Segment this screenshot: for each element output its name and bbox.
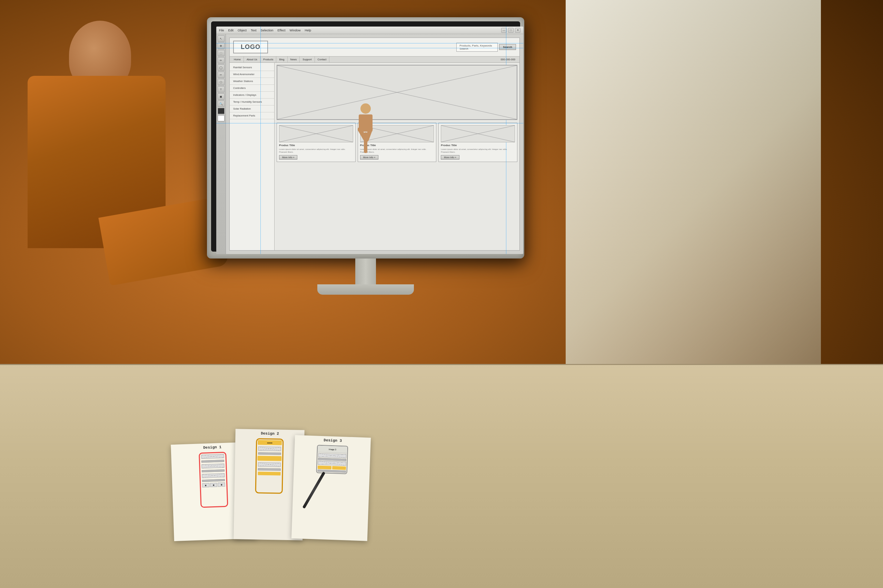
sketch-top: Image 3 xyxy=(318,446,347,454)
tool-circle[interactable]: ◯ xyxy=(218,64,224,70)
wf-navigation: Home About Us Products Blog News Support… xyxy=(230,57,519,63)
sketch-line xyxy=(202,460,224,462)
sketch-label-3: Design 3 xyxy=(295,435,371,445)
sketch-btn: ▣ xyxy=(218,483,225,487)
wf-header: LOGO Products, Parts, Keywords Search Se… xyxy=(230,38,519,57)
wf-search-input[interactable]: Products, Parts, Keywords Search xyxy=(456,43,498,52)
sidebar-indicators[interactable]: Indicators / Displays xyxy=(230,92,274,99)
sketch-block xyxy=(202,473,224,478)
sketch-block xyxy=(258,446,281,451)
menu-window[interactable]: Window xyxy=(289,28,301,32)
nav-products[interactable]: Products xyxy=(260,57,277,62)
wf-logo: LOGO xyxy=(233,40,268,53)
tools-panel: ↖ ✥ ⬚ ✏ ◯ ✂ ⬡ T ◼ 🔍 xyxy=(216,34,226,254)
monitor-stand-base xyxy=(317,284,414,295)
sidebar-rainfall[interactable]: Rainfall Sensors xyxy=(230,64,274,71)
nav-support[interactable]: Support xyxy=(300,57,314,62)
window-light xyxy=(538,0,848,414)
guide-line-vertical-1 xyxy=(260,34,261,254)
sketch-btn: ▣ xyxy=(210,483,217,488)
product-btn-1[interactable]: More Info » xyxy=(279,155,297,160)
sketch-highlight xyxy=(257,456,281,461)
close-button[interactable]: ✕ xyxy=(515,28,520,33)
sketch-block xyxy=(201,454,224,459)
sketch-papers: Design 1 ▣ ▣ ▣ Design 2 ▬▬▬ xyxy=(165,416,373,554)
desk-surface xyxy=(0,364,883,588)
product-desc-3: Lorem ipsum dolor sit amet, consectetur … xyxy=(441,148,515,154)
product-title-3: Produc Title xyxy=(441,144,515,147)
sketch-line xyxy=(202,479,225,482)
sidebar-solar[interactable]: Solar Radiation xyxy=(230,105,274,112)
sidebar-wind[interactable]: Wind Anemometer xyxy=(230,71,274,78)
tool-fill[interactable]: ◼ xyxy=(218,93,224,100)
tool-bg-color[interactable] xyxy=(218,115,224,122)
sketch-btn-yellow xyxy=(318,466,331,470)
wf-main-content: Produc Title Lorem ipsum dolor sit amet,… xyxy=(275,63,519,250)
sketch-design-3: Design 3 Image 3 xyxy=(292,435,371,541)
monitor-stand-neck xyxy=(355,258,376,286)
phone-number: 000-000-000 xyxy=(498,57,518,62)
sketch-phone-2: ▬▬▬ xyxy=(255,438,284,494)
sketch-block xyxy=(202,464,224,468)
sketch-tablet: Image 3 xyxy=(316,445,348,474)
product-title-1: Produc Title xyxy=(279,144,353,147)
sketch-block xyxy=(258,462,281,466)
tool-pen[interactable]: ✏ xyxy=(218,57,224,63)
menu-file[interactable]: File xyxy=(219,28,224,32)
wf-product-grid: Produc Title Lorem ipsum dolor sit amet,… xyxy=(277,123,517,162)
sketch-line xyxy=(318,470,346,473)
guide-line-horizontal-1 xyxy=(226,43,523,44)
sidebar-weather[interactable]: Weather Stations xyxy=(230,78,274,85)
menu-effect[interactable]: Effect xyxy=(278,28,286,32)
product-image-1 xyxy=(279,125,353,142)
sketch-block xyxy=(318,461,346,466)
tool-fg-color[interactable] xyxy=(218,108,224,114)
tool-select[interactable]: ↖ xyxy=(218,36,224,42)
sketch-line xyxy=(258,452,281,454)
sketch-block xyxy=(318,453,346,458)
wf-hero-image xyxy=(277,65,517,120)
wf-sidebar: Rainfall Sensors Wind Anemometer Weather… xyxy=(230,63,275,250)
sketch-phone-1: ▣ ▣ ▣ xyxy=(199,452,228,508)
app-titlebar: File Edit Object Text Selection Effect W… xyxy=(216,27,523,34)
product-desc-1: Lorem ipsum dolor sit amet, consectetur … xyxy=(279,148,353,154)
nav-contact[interactable]: Contact xyxy=(315,57,330,62)
tool-text[interactable]: T xyxy=(218,86,224,92)
sketch-line xyxy=(202,470,224,472)
sketch-line xyxy=(258,468,281,471)
product-card-3: Produc Title Lorem ipsum dolor sit amet,… xyxy=(438,123,517,162)
product-card-1: Produc Title Lorem ipsum dolor sit amet,… xyxy=(277,123,356,162)
menu-text[interactable]: Text xyxy=(251,28,257,32)
mannequin-head xyxy=(361,104,371,114)
sketch-btn-yellow xyxy=(332,466,346,470)
wf-search-button[interactable]: Search xyxy=(499,44,516,50)
sidebar-temp[interactable]: Temp / Humidity Sensors xyxy=(230,99,274,105)
menu-help[interactable]: Help xyxy=(305,28,311,32)
maximize-button[interactable]: □ xyxy=(508,28,514,33)
wooden-mannequin xyxy=(345,104,386,172)
guide-line-horizontal-2 xyxy=(226,48,523,48)
sidebar-replacement[interactable]: Replacement Parts xyxy=(230,112,274,119)
sketch-btn: ▣ xyxy=(202,483,209,488)
menu-object[interactable]: Object xyxy=(238,28,247,32)
tool-cut[interactable]: ✂ xyxy=(218,72,224,78)
titlebar-menu: File Edit Object Text Selection Effect W… xyxy=(219,28,311,32)
menu-edit[interactable]: Edit xyxy=(228,28,234,32)
sketch-header: ▬▬▬ xyxy=(258,440,282,445)
wf-search-area: Products, Parts, Keywords Search Search xyxy=(456,43,516,52)
titlebar-controls: — □ ✕ xyxy=(501,28,520,33)
nav-news[interactable]: News xyxy=(288,57,300,62)
nav-home[interactable]: Home xyxy=(231,57,244,62)
nav-blog[interactable]: Blog xyxy=(276,57,287,62)
menu-selection[interactable]: Selection xyxy=(261,28,274,32)
sidebar-controllers[interactable]: Controllers xyxy=(230,85,274,92)
tool-zoom[interactable]: 🔍 xyxy=(218,100,224,107)
tool-rect[interactable]: ⬚ xyxy=(218,50,224,56)
tool-shape[interactable]: ⬡ xyxy=(218,79,224,85)
nav-about[interactable]: About Us xyxy=(244,57,260,62)
sketch-label-2: Design 2 xyxy=(235,429,304,437)
product-image-3 xyxy=(441,125,515,142)
product-btn-3[interactable]: More Info » xyxy=(441,155,459,160)
sketch-highlight-2 xyxy=(258,471,280,475)
